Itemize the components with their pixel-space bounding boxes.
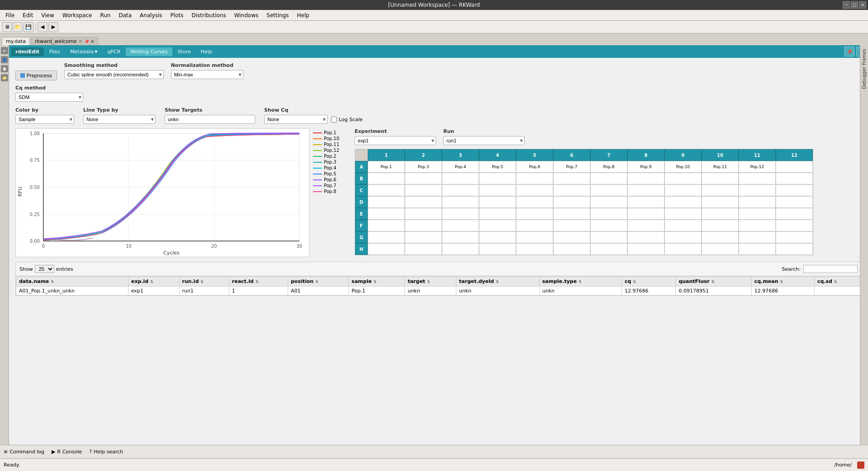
minimize-btn[interactable]: ─ bbox=[843, 1, 850, 9]
tb-forward[interactable]: ▶ bbox=[48, 22, 58, 32]
plate-cell-b4[interactable] bbox=[479, 173, 516, 184]
close-btn[interactable]: ✕ bbox=[859, 1, 866, 9]
plate-cell-b8[interactable] bbox=[627, 173, 664, 184]
normalization-select[interactable]: Min-max bbox=[171, 70, 243, 79]
plate-row-header-g[interactable]: G bbox=[355, 231, 368, 243]
menu-plots[interactable]: Plots bbox=[167, 11, 187, 19]
tab-welcome-close[interactable]: ✕ bbox=[78, 39, 82, 44]
plate-cell-a6[interactable]: Pop.7 bbox=[553, 161, 590, 173]
plate-col-1[interactable]: 1 bbox=[368, 149, 405, 161]
sidebar-icon-4[interactable]: 📁 bbox=[1, 74, 8, 81]
tab-store[interactable]: Store bbox=[173, 47, 195, 56]
tab-mydata[interactable]: my.data bbox=[2, 37, 30, 45]
command-log-btn[interactable]: ≡ Command log bbox=[4, 449, 44, 455]
plate-col-11[interactable]: 11 bbox=[739, 149, 776, 161]
tb-open[interactable]: 📁 bbox=[13, 22, 23, 32]
plate-col-2[interactable]: 2 bbox=[405, 149, 442, 161]
menu-help[interactable]: Help bbox=[293, 11, 313, 19]
menu-run[interactable]: Run bbox=[96, 11, 114, 19]
plate-row-header-h[interactable]: H bbox=[355, 243, 368, 255]
plate-row-header-b[interactable]: B bbox=[355, 173, 368, 184]
help-search-btn[interactable]: ? Help search bbox=[89, 449, 123, 455]
plate-cell-a2[interactable]: Pop.3 bbox=[405, 161, 442, 173]
smoothing-select[interactable]: Cubic spline smooth (recommended) bbox=[64, 70, 164, 79]
plate-cell-b1[interactable] bbox=[368, 173, 405, 184]
col-react-id[interactable]: react.id ⇅ bbox=[229, 277, 288, 287]
col-cq[interactable]: cq ⇅ bbox=[622, 277, 676, 287]
plate-col-6[interactable]: 6 bbox=[553, 149, 590, 161]
plate-cell-a5[interactable]: Pop.6 bbox=[516, 161, 553, 173]
plate-cell-a9[interactable]: Pop.10 bbox=[664, 161, 702, 173]
menu-analysis[interactable]: Analysis bbox=[136, 11, 166, 19]
tb-new[interactable]: 🖥 bbox=[2, 22, 12, 32]
line-type-select[interactable]: None bbox=[83, 115, 156, 124]
experiment-select[interactable]: exp1 bbox=[355, 136, 436, 145]
run-select[interactable]: run1 bbox=[443, 136, 525, 145]
tab-welcome[interactable]: rkward_welcome ✕ 📌 ✕ bbox=[31, 37, 98, 45]
plate-col-12[interactable]: 12 bbox=[776, 149, 813, 161]
menu-view[interactable]: View bbox=[38, 11, 57, 19]
col-data-name[interactable]: data.name ⇅ bbox=[16, 277, 128, 287]
tab-help[interactable]: Help bbox=[196, 47, 217, 56]
col-sample[interactable]: sample ⇅ bbox=[349, 277, 405, 287]
tb-save[interactable]: 💾 bbox=[24, 22, 33, 32]
r-console-btn[interactable]: ▶ R Console bbox=[52, 449, 82, 455]
plate-cell-b12[interactable] bbox=[776, 173, 813, 184]
menu-workspace[interactable]: Workspace bbox=[59, 11, 96, 19]
plate-col-5[interactable]: 5 bbox=[516, 149, 553, 161]
plate-row-header-f[interactable]: F bbox=[355, 220, 368, 231]
plate-cell-b9[interactable] bbox=[664, 173, 702, 184]
col-exp-id[interactable]: exp.id ⇅ bbox=[128, 277, 179, 287]
plate-cell-a1[interactable]: Pop.1 bbox=[368, 161, 405, 173]
col-run-id[interactable]: run.id ⇅ bbox=[179, 277, 229, 287]
col-cq-mean[interactable]: cq.mean ⇅ bbox=[751, 277, 814, 287]
plate-cell-a10[interactable]: Pop.11 bbox=[702, 161, 739, 173]
col-target-dyeid[interactable]: target.dyeId ⇅ bbox=[456, 277, 539, 287]
cq-method-select[interactable]: SDM bbox=[15, 93, 83, 102]
tab-rdmledit[interactable]: rdmlEdit bbox=[11, 47, 44, 56]
plate-cell-a8[interactable]: Pop.9 bbox=[627, 161, 664, 173]
search-input[interactable] bbox=[803, 265, 858, 273]
plate-cell-b7[interactable] bbox=[590, 173, 627, 184]
plate-cell-a4[interactable]: Pop.5 bbox=[479, 161, 516, 173]
show-targets-input[interactable] bbox=[165, 115, 255, 124]
plate-cell-a3[interactable]: Pop.4 bbox=[442, 161, 479, 173]
plate-cell-c1[interactable] bbox=[368, 184, 405, 196]
plate-cell-a7[interactable]: Pop.8 bbox=[590, 161, 627, 173]
plate-col-7[interactable]: 7 bbox=[590, 149, 627, 161]
col-position[interactable]: position ⇅ bbox=[288, 277, 349, 287]
menu-file[interactable]: File bbox=[2, 11, 18, 19]
sidebar-icon-3[interactable]: 📋 bbox=[1, 65, 8, 72]
tab-welcome-x2[interactable]: ✕ bbox=[91, 39, 95, 44]
plate-cell-a12[interactable] bbox=[776, 161, 813, 173]
sidebar-icon-2[interactable]: 👤 bbox=[1, 56, 8, 63]
plate-row-header-d[interactable]: D bbox=[355, 196, 368, 208]
maximize-btn[interactable]: □ bbox=[851, 1, 858, 9]
preprocess-button[interactable]: Preprocess bbox=[15, 71, 57, 80]
col-sample-type[interactable]: sample.type ⇅ bbox=[539, 277, 621, 287]
col-quantfluor[interactable]: quantFluor ⇅ bbox=[676, 277, 751, 287]
col-cq-sd[interactable]: cq.sd ⇅ bbox=[814, 277, 861, 287]
plate-cell-b6[interactable] bbox=[553, 173, 590, 184]
plate-cell-b5[interactable] bbox=[516, 173, 553, 184]
tab-welcome-pin[interactable]: 📌 bbox=[84, 39, 89, 44]
plate-row-header-c[interactable]: C bbox=[355, 184, 368, 196]
plate-cell-b2[interactable] bbox=[405, 173, 442, 184]
plate-col-9[interactable]: 9 bbox=[664, 149, 702, 161]
menu-data[interactable]: Data bbox=[115, 11, 135, 19]
entries-select[interactable]: 25 10 50 bbox=[35, 265, 54, 273]
plate-col-4[interactable]: 4 bbox=[479, 149, 516, 161]
plate-cell-b11[interactable] bbox=[739, 173, 776, 184]
plate-row-header-e[interactable]: E bbox=[355, 208, 368, 220]
tab-melting-curves[interactable]: Melting Curves bbox=[126, 47, 172, 56]
plate-col-8[interactable]: 8 bbox=[627, 149, 664, 161]
plate-row-header-a[interactable]: A bbox=[355, 161, 368, 173]
col-target[interactable]: target ⇅ bbox=[405, 277, 456, 287]
plate-col-10[interactable]: 10 bbox=[702, 149, 739, 161]
menu-windows[interactable]: Windows bbox=[231, 11, 262, 19]
plate-cell-a11[interactable]: Pop.12 bbox=[739, 161, 776, 173]
menu-distributions[interactable]: Distributions bbox=[188, 11, 229, 19]
tb-back[interactable]: ◀ bbox=[38, 22, 47, 32]
color-by-select[interactable]: Sample bbox=[15, 115, 74, 124]
plate-col-3[interactable]: 3 bbox=[442, 149, 479, 161]
